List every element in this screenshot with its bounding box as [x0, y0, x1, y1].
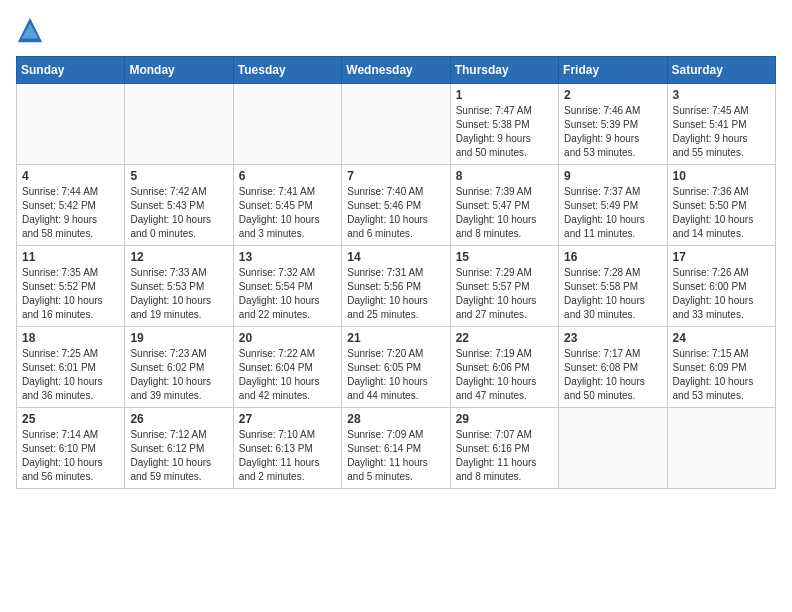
calendar-cell: 29Sunrise: 7:07 AM Sunset: 6:16 PM Dayli… [450, 408, 558, 489]
day-info: Sunrise: 7:19 AM Sunset: 6:06 PM Dayligh… [456, 347, 553, 403]
day-header-friday: Friday [559, 57, 667, 84]
calendar-cell: 17Sunrise: 7:26 AM Sunset: 6:00 PM Dayli… [667, 246, 775, 327]
calendar-cell [125, 84, 233, 165]
day-info: Sunrise: 7:39 AM Sunset: 5:47 PM Dayligh… [456, 185, 553, 241]
day-info: Sunrise: 7:44 AM Sunset: 5:42 PM Dayligh… [22, 185, 119, 241]
calendar-cell: 26Sunrise: 7:12 AM Sunset: 6:12 PM Dayli… [125, 408, 233, 489]
calendar-cell: 4Sunrise: 7:44 AM Sunset: 5:42 PM Daylig… [17, 165, 125, 246]
day-info: Sunrise: 7:12 AM Sunset: 6:12 PM Dayligh… [130, 428, 227, 484]
day-header-wednesday: Wednesday [342, 57, 450, 84]
day-info: Sunrise: 7:40 AM Sunset: 5:46 PM Dayligh… [347, 185, 444, 241]
day-header-saturday: Saturday [667, 57, 775, 84]
day-number: 25 [22, 412, 119, 426]
day-number: 23 [564, 331, 661, 345]
day-info: Sunrise: 7:35 AM Sunset: 5:52 PM Dayligh… [22, 266, 119, 322]
calendar-cell: 23Sunrise: 7:17 AM Sunset: 6:08 PM Dayli… [559, 327, 667, 408]
calendar-cell: 20Sunrise: 7:22 AM Sunset: 6:04 PM Dayli… [233, 327, 341, 408]
day-number: 17 [673, 250, 770, 264]
day-number: 19 [130, 331, 227, 345]
day-info: Sunrise: 7:10 AM Sunset: 6:13 PM Dayligh… [239, 428, 336, 484]
day-number: 4 [22, 169, 119, 183]
day-number: 13 [239, 250, 336, 264]
page-header [16, 16, 776, 44]
calendar-cell [667, 408, 775, 489]
day-number: 1 [456, 88, 553, 102]
calendar-cell: 19Sunrise: 7:23 AM Sunset: 6:02 PM Dayli… [125, 327, 233, 408]
day-info: Sunrise: 7:09 AM Sunset: 6:14 PM Dayligh… [347, 428, 444, 484]
calendar-cell: 8Sunrise: 7:39 AM Sunset: 5:47 PM Daylig… [450, 165, 558, 246]
day-number: 9 [564, 169, 661, 183]
calendar-week-row: 4Sunrise: 7:44 AM Sunset: 5:42 PM Daylig… [17, 165, 776, 246]
logo [16, 16, 48, 44]
day-info: Sunrise: 7:23 AM Sunset: 6:02 PM Dayligh… [130, 347, 227, 403]
calendar-cell: 28Sunrise: 7:09 AM Sunset: 6:14 PM Dayli… [342, 408, 450, 489]
calendar-cell [342, 84, 450, 165]
day-info: Sunrise: 7:14 AM Sunset: 6:10 PM Dayligh… [22, 428, 119, 484]
calendar-cell: 10Sunrise: 7:36 AM Sunset: 5:50 PM Dayli… [667, 165, 775, 246]
day-number: 8 [456, 169, 553, 183]
day-info: Sunrise: 7:26 AM Sunset: 6:00 PM Dayligh… [673, 266, 770, 322]
calendar-cell: 9Sunrise: 7:37 AM Sunset: 5:49 PM Daylig… [559, 165, 667, 246]
day-number: 24 [673, 331, 770, 345]
day-number: 3 [673, 88, 770, 102]
day-number: 15 [456, 250, 553, 264]
day-header-sunday: Sunday [17, 57, 125, 84]
calendar-cell [559, 408, 667, 489]
day-info: Sunrise: 7:46 AM Sunset: 5:39 PM Dayligh… [564, 104, 661, 160]
calendar-cell: 21Sunrise: 7:20 AM Sunset: 6:05 PM Dayli… [342, 327, 450, 408]
day-header-thursday: Thursday [450, 57, 558, 84]
day-number: 10 [673, 169, 770, 183]
day-info: Sunrise: 7:31 AM Sunset: 5:56 PM Dayligh… [347, 266, 444, 322]
day-number: 5 [130, 169, 227, 183]
day-info: Sunrise: 7:47 AM Sunset: 5:38 PM Dayligh… [456, 104, 553, 160]
calendar-cell: 3Sunrise: 7:45 AM Sunset: 5:41 PM Daylig… [667, 84, 775, 165]
day-number: 26 [130, 412, 227, 426]
calendar-cell: 25Sunrise: 7:14 AM Sunset: 6:10 PM Dayli… [17, 408, 125, 489]
calendar-cell: 27Sunrise: 7:10 AM Sunset: 6:13 PM Dayli… [233, 408, 341, 489]
logo-icon [16, 16, 44, 44]
day-info: Sunrise: 7:15 AM Sunset: 6:09 PM Dayligh… [673, 347, 770, 403]
calendar-week-row: 25Sunrise: 7:14 AM Sunset: 6:10 PM Dayli… [17, 408, 776, 489]
day-info: Sunrise: 7:17 AM Sunset: 6:08 PM Dayligh… [564, 347, 661, 403]
calendar-cell: 7Sunrise: 7:40 AM Sunset: 5:46 PM Daylig… [342, 165, 450, 246]
calendar-week-row: 18Sunrise: 7:25 AM Sunset: 6:01 PM Dayli… [17, 327, 776, 408]
day-number: 18 [22, 331, 119, 345]
day-number: 27 [239, 412, 336, 426]
calendar-cell: 6Sunrise: 7:41 AM Sunset: 5:45 PM Daylig… [233, 165, 341, 246]
day-info: Sunrise: 7:20 AM Sunset: 6:05 PM Dayligh… [347, 347, 444, 403]
calendar-cell: 1Sunrise: 7:47 AM Sunset: 5:38 PM Daylig… [450, 84, 558, 165]
day-info: Sunrise: 7:42 AM Sunset: 5:43 PM Dayligh… [130, 185, 227, 241]
calendar-cell [233, 84, 341, 165]
day-info: Sunrise: 7:22 AM Sunset: 6:04 PM Dayligh… [239, 347, 336, 403]
day-number: 22 [456, 331, 553, 345]
calendar-cell: 14Sunrise: 7:31 AM Sunset: 5:56 PM Dayli… [342, 246, 450, 327]
day-number: 7 [347, 169, 444, 183]
calendar-cell: 18Sunrise: 7:25 AM Sunset: 6:01 PM Dayli… [17, 327, 125, 408]
day-info: Sunrise: 7:37 AM Sunset: 5:49 PM Dayligh… [564, 185, 661, 241]
calendar-cell: 5Sunrise: 7:42 AM Sunset: 5:43 PM Daylig… [125, 165, 233, 246]
day-header-tuesday: Tuesday [233, 57, 341, 84]
day-number: 12 [130, 250, 227, 264]
day-number: 28 [347, 412, 444, 426]
day-info: Sunrise: 7:41 AM Sunset: 5:45 PM Dayligh… [239, 185, 336, 241]
day-number: 2 [564, 88, 661, 102]
day-info: Sunrise: 7:45 AM Sunset: 5:41 PM Dayligh… [673, 104, 770, 160]
calendar-cell [17, 84, 125, 165]
day-number: 14 [347, 250, 444, 264]
calendar-cell: 15Sunrise: 7:29 AM Sunset: 5:57 PM Dayli… [450, 246, 558, 327]
day-info: Sunrise: 7:25 AM Sunset: 6:01 PM Dayligh… [22, 347, 119, 403]
calendar-cell: 12Sunrise: 7:33 AM Sunset: 5:53 PM Dayli… [125, 246, 233, 327]
calendar-cell: 24Sunrise: 7:15 AM Sunset: 6:09 PM Dayli… [667, 327, 775, 408]
day-number: 20 [239, 331, 336, 345]
day-number: 16 [564, 250, 661, 264]
day-number: 21 [347, 331, 444, 345]
day-info: Sunrise: 7:32 AM Sunset: 5:54 PM Dayligh… [239, 266, 336, 322]
calendar-header-row: SundayMondayTuesdayWednesdayThursdayFrid… [17, 57, 776, 84]
calendar-cell: 11Sunrise: 7:35 AM Sunset: 5:52 PM Dayli… [17, 246, 125, 327]
calendar-table: SundayMondayTuesdayWednesdayThursdayFrid… [16, 56, 776, 489]
day-number: 29 [456, 412, 553, 426]
day-info: Sunrise: 7:29 AM Sunset: 5:57 PM Dayligh… [456, 266, 553, 322]
calendar-cell: 2Sunrise: 7:46 AM Sunset: 5:39 PM Daylig… [559, 84, 667, 165]
day-header-monday: Monday [125, 57, 233, 84]
calendar-week-row: 1Sunrise: 7:47 AM Sunset: 5:38 PM Daylig… [17, 84, 776, 165]
